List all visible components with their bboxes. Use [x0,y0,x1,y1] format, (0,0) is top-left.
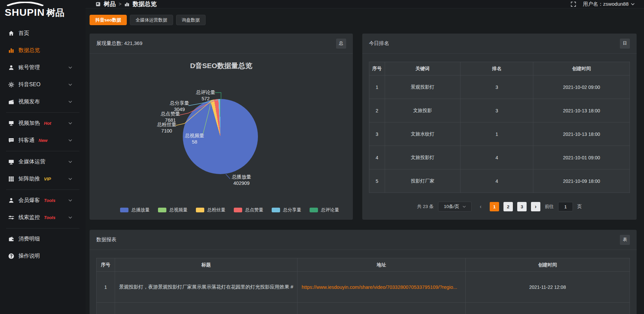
user-menu[interactable]: 用户名：zswodun88 [583,1,635,7]
sidebar-item-label: 全媒体运营 [18,158,45,165]
sidebar-item-home[interactable]: 首页 [0,25,86,42]
breadcrumb-item-brand[interactable]: 树品 [104,0,116,8]
total-view-button[interactable]: 总 [336,39,346,49]
chevron-down-icon [68,139,72,142]
breadcrumb: 树品 > 数据总览 [96,0,157,8]
user-icon [8,64,14,71]
sidebar-item-video-heat[interactable]: 视频加热 Hot [0,115,86,132]
sidebar-item-data-overview[interactable]: 数据总览 [0,42,86,59]
sidebar-item-label: 抖客通 [18,137,35,144]
legend-item[interactable]: 总分享量 [272,207,301,213]
goto-page-input[interactable] [558,202,573,211]
prev-page-button[interactable]: ‹ [476,202,485,211]
col-index: 序号 [369,62,385,75]
sidebar-item-member-burst[interactable]: 会员爆客 Tools [0,192,86,209]
legend-item[interactable]: 总评论量 [310,207,339,213]
app: SHUPIN 树品 首页 数据总览 账号管理 抖音SEO [0,0,644,314]
page-button-1[interactable]: 1 [490,202,499,211]
breadcrumb-separator: > [119,1,121,7]
breadcrumb-item-current[interactable]: 数据总览 [132,0,157,8]
day-view-button[interactable]: 日 [620,39,630,49]
tab-inquiry-data[interactable]: 询盘数据 [176,15,206,25]
tools-badge: Tools [44,215,55,220]
legend-item[interactable]: 总视频量 [158,207,187,213]
data-source-tabs: 抖音seo数据 全媒体运营数据 询盘数据 [90,15,637,25]
pie-leader-lines [90,54,353,220]
pie-chart: D音SEO数据量总览 总评论量572 [90,54,353,220]
bar-chart-icon [8,47,14,54]
chevron-down-icon [68,101,72,103]
chevron-down-icon [68,122,72,124]
sidebar-item-omnimedia[interactable]: 全媒体运营 [0,153,86,170]
topbar-right: 用户名：zswodun88 [571,1,635,7]
table-row: 4文旅投影灯42021-10-01 09:00 [369,146,630,169]
sidebar-item-label: 矩阵助推 [18,175,40,182]
report-icon [96,2,101,7]
question-circle-icon [8,253,14,259]
chat-bubble-icon [8,137,14,144]
sidebar-item-label: 操作说明 [18,253,40,260]
ranking-panel-title: 今日排名 [369,40,389,47]
sidebar-item-help[interactable]: 操作说明 [0,248,86,265]
hot-badge: Hot [44,121,51,126]
gear-icon [8,82,14,88]
col-url: 地址 [298,258,466,272]
tab-omnimedia-data[interactable]: 全媒体运营数据 [130,15,173,25]
legend-swatch [234,208,242,212]
pagination: 共 23 条 10条/页 ‹ 1 2 3 › 前往 [369,202,630,212]
pie-callout-plays: 总播放量402909 [223,174,260,187]
legend-item[interactable]: 总点赞量 [234,207,263,213]
menu-divider [6,190,79,190]
table-header-row: 序号 关键词 排名 创建时间 [369,62,630,75]
vip-badge: VIP [44,176,51,181]
page-button-3[interactable]: 3 [517,202,527,211]
pie-callout-videos: 总视频量58 [176,133,213,145]
overview-panel-header: 展现量总数: 421,369 总 [90,34,353,54]
next-page-button[interactable]: › [531,202,540,211]
fullscreen-icon[interactable] [571,1,576,7]
col-index: 序号 [97,258,115,272]
chevron-down-icon [68,84,72,86]
sidebar-item-douketong[interactable]: 抖客通 New [0,132,86,149]
sidebar-item-label: 线索监控 [18,214,40,221]
table-row: 1 景观投影灯，夜游景观投影灯厂家展示展示落花灯在花园里的灯光投影应用效果 # … [97,272,630,303]
chevron-down-icon [68,216,72,219]
home-icon [8,30,14,37]
member-icon [8,197,14,204]
legend-swatch [310,208,318,212]
goto-suffix: 页 [577,204,582,210]
wallet-icon [8,236,14,242]
col-rank: 排名 [460,62,533,75]
table-row: 1景观投影灯32021-10-02 09:00 [369,75,630,99]
legend-swatch [196,208,204,212]
sidebar-item-label: 首页 [18,30,29,37]
table-row: 3文旅水纹灯12021-10-13 18:00 [369,122,630,146]
sidebar-item-label: 视频发布 [18,98,40,105]
bar-chart-icon [124,2,129,7]
page-size-select[interactable]: 10条/页 [438,202,472,212]
tab-douyin-seo-data[interactable]: 抖音seo数据 [90,15,127,25]
legend-item[interactable]: 总播放量 [120,207,150,213]
table-view-button[interactable]: 表 [620,235,630,245]
sidebar-item-spend-detail[interactable]: 消费明细 [0,230,86,248]
sidebar-item-video-publish[interactable]: 视频发布 [0,93,86,110]
logo-text-en: SHUPIN [5,7,45,17]
menu-divider [6,228,79,228]
sidebar-item-account[interactable]: 账号管理 [0,59,86,76]
chart-legend: 总播放量 总视频量 总粉丝量 总点赞量 总分享量 总评论量 [106,207,353,213]
tools-badge: Tools [44,198,55,203]
table-row-empty [97,303,630,314]
ranking-panel-header: 今日排名 日 [362,34,637,54]
sidebar-item-label: 抖音SEO [18,81,41,88]
sidebar-item-lead-monitor[interactable]: 线索监控 Tools [0,209,86,226]
legend-item[interactable]: 总粉丝量 [196,207,225,213]
legend-swatch [272,208,280,212]
sidebar-item-matrix-boost[interactable]: 矩阵助推 VIP [0,170,86,188]
sidebar-item-label: 数据总览 [18,47,40,54]
screen-icon [8,120,14,126]
page-button-2[interactable]: 2 [503,202,513,211]
video-link[interactable]: https://www.iesdouyin.com/share/video/70… [302,284,457,290]
sidebar-item-douyin-seo[interactable]: 抖音SEO [0,76,86,93]
col-created: 创建时间 [465,258,630,272]
col-keyword: 关键词 [385,62,460,75]
